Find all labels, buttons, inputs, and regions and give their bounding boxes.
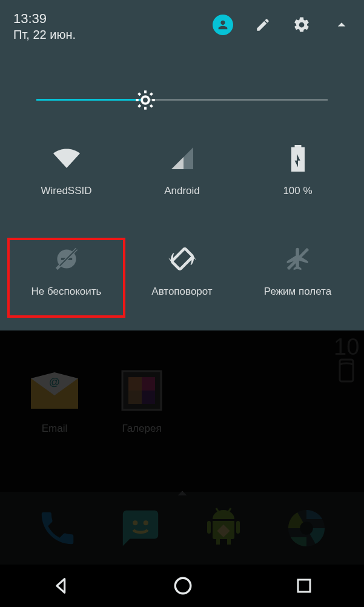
svg-point-24 — [176, 578, 191, 594]
wifi-icon — [52, 144, 81, 173]
dnd-label: Не беспокоить — [31, 286, 102, 298]
gear-icon[interactable] — [293, 16, 311, 34]
status-bar: 13:39 Пт, 22 июн. — [0, 0, 364, 42]
dnd-off-icon — [53, 244, 80, 273]
clock-block[interactable]: 13:39 Пт, 22 июн. — [13, 11, 76, 42]
back-button[interactable] — [51, 575, 71, 596]
battery-tile[interactable]: 100 % — [240, 144, 356, 210]
autorotate-icon — [168, 244, 196, 273]
svg-point-1 — [143, 98, 148, 102]
recents-button[interactable] — [295, 577, 313, 595]
brightness-thumb-icon[interactable] — [134, 89, 156, 111]
airplane-off-icon — [285, 244, 311, 273]
quick-settings-panel: 13:39 Пт, 22 июн. — [0, 0, 364, 330]
battery-icon — [290, 144, 306, 173]
airplane-label: Режим полета — [264, 286, 331, 298]
signal-icon — [170, 144, 194, 173]
cellular-tile[interactable]: Android — [124, 144, 240, 210]
brightness-slider[interactable] — [0, 86, 364, 115]
svg-rect-25 — [298, 580, 310, 592]
svg-rect-6 — [171, 248, 193, 269]
wifi-tile[interactable]: WiredSSID — [8, 144, 124, 210]
airplane-tile[interactable]: Режим полета — [240, 244, 356, 311]
status-time: 13:39 — [13, 11, 76, 27]
user-icon[interactable] — [213, 15, 233, 35]
autorotate-tile[interactable]: Автоповорот — [124, 244, 240, 311]
battery-label: 100 % — [283, 185, 312, 197]
edit-icon[interactable] — [255, 17, 271, 33]
status-date: Пт, 22 июн. — [13, 28, 76, 42]
autorotate-label: Автоповорот — [151, 286, 212, 298]
home-button[interactable] — [173, 575, 193, 596]
dnd-tile[interactable]: Не беспокоить — [8, 244, 124, 311]
cellular-label: Android — [164, 185, 200, 197]
navigation-bar — [0, 565, 364, 607]
collapse-icon[interactable] — [333, 16, 351, 34]
wifi-label: WiredSSID — [41, 185, 91, 197]
